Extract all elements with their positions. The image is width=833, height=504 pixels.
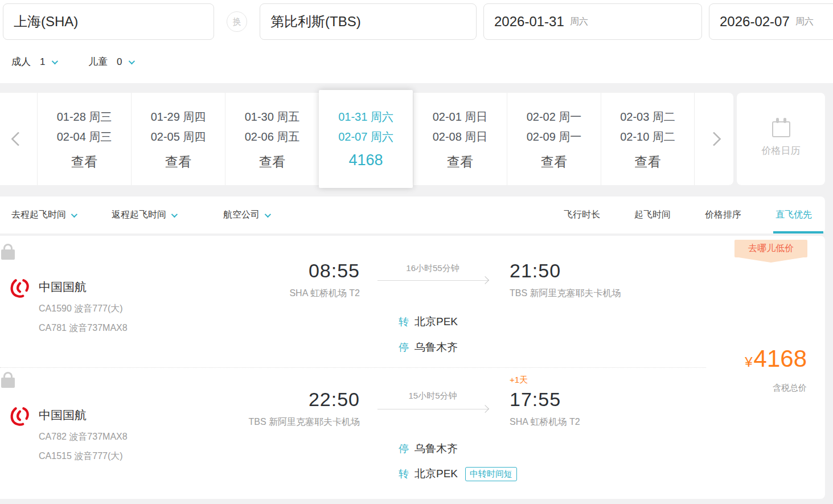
tab-price: 查看 <box>413 153 507 171</box>
chevron-right-icon <box>707 132 721 146</box>
carousel-next-button[interactable] <box>695 93 733 185</box>
tab-return-date: 02-07 周六 <box>319 127 413 147</box>
air-china-logo-icon <box>8 405 32 429</box>
sort-by-duration[interactable]: 飞行时长 <box>564 196 600 233</box>
swap-icon: 换 <box>233 17 241 27</box>
from-city-input[interactable]: 上海(SHA) <box>3 3 214 40</box>
stopover-type-label: 停 <box>399 341 409 354</box>
sort-by-takeoff-time[interactable]: 起飞时间 <box>634 196 671 233</box>
child-count: 0 <box>117 56 122 68</box>
tab-return-date: 02-06 周五 <box>225 127 319 147</box>
inbound-airline-name: 中国国航 <box>39 407 87 423</box>
return-weekday: 周六 <box>795 16 814 28</box>
transfer-type-label: 转 <box>399 315 409 329</box>
outbound-duration: 16小时55分钟 <box>377 263 488 274</box>
tab-return-date: 02-04 周三 <box>38 127 131 147</box>
tab-return-date: 02-10 周二 <box>601 127 694 147</box>
currency-symbol: ¥ <box>745 354 752 370</box>
depart-time-filter-dropdown[interactable]: 去程起飞时间 <box>11 196 76 233</box>
tab-depart-date: 01-30 周五 <box>225 107 319 127</box>
lock-icon <box>1 249 15 260</box>
child-label: 儿童 <box>88 55 108 68</box>
inbound-transfer-stop: 转 北京PEK 中转时间短 <box>399 466 517 481</box>
date-tab-0129[interactable]: 01-29 周四 02-05 周四 查看 <box>131 93 225 185</box>
outbound-arrival: 21:50 TBS 新阿里克塞耶夫卡机场 <box>510 260 621 300</box>
carousel-prev-button[interactable] <box>0 93 36 185</box>
outbound-arr-airport: TBS 新阿里克塞耶夫卡机场 <box>510 288 621 300</box>
calendar-icon <box>772 121 790 137</box>
badge-label: 去哪儿低价 <box>748 243 794 255</box>
tab-price: 查看 <box>225 153 319 171</box>
price-amount: 4168 <box>754 345 807 372</box>
sort-direct-first-active[interactable]: 直飞优先 <box>775 196 812 233</box>
flight-result-card[interactable]: 去哪儿低价 中国国航 CA1590 波音777(大) CA781 波音737MA… <box>0 236 825 499</box>
depart-date-input[interactable]: 2026-01-31 周六 <box>483 3 702 40</box>
stopover-type-label: 停 <box>399 442 409 456</box>
tab-depart-date: 02-02 周一 <box>507 107 601 127</box>
active-sort-underline <box>773 231 823 233</box>
adult-count-dropdown[interactable]: 成人 1 <box>11 55 56 68</box>
date-price-carousel: 01-28 周三 02-04 周三 查看 01-29 周四 02-05 周四 查… <box>0 93 733 185</box>
tab-depart-date: 01-31 周六 <box>319 107 413 127</box>
tab-price: 查看 <box>601 153 694 171</box>
airline-filter-label: 航空公司 <box>223 209 260 221</box>
sort-by-price[interactable]: 价格排序 <box>705 196 741 233</box>
inbound-flight-2: CA1515 波音777(大) <box>39 450 123 462</box>
depart-time-filter-label: 去程起飞时间 <box>11 209 66 221</box>
tab-price: 4168 <box>319 151 413 169</box>
tab-depart-date: 01-29 周四 <box>132 107 225 127</box>
transfer-type-label: 转 <box>399 467 409 481</box>
tax-included-note: 含税总价 <box>773 383 807 394</box>
short-transfer-tag: 中转时间短 <box>465 467 517 481</box>
tab-price: 查看 <box>507 153 601 171</box>
return-date-input[interactable]: 2026-02-07 周六 <box>709 3 833 40</box>
stopover-place: 乌鲁木齐 <box>415 441 458 456</box>
to-city-input[interactable]: 第比利斯(TBS) <box>260 3 477 40</box>
child-count-dropdown[interactable]: 儿童 0 <box>88 55 133 68</box>
return-time-filter-dropdown[interactable]: 返程起飞时间 <box>112 196 176 233</box>
date-tab-0131-selected[interactable]: 01-31 周六 02-07 周六 4168 <box>319 90 413 188</box>
date-tab-0201[interactable]: 02-01 周日 02-08 周日 查看 <box>413 93 507 185</box>
tab-price: 查看 <box>38 153 131 171</box>
inbound-dep-time: 22:50 <box>228 388 360 411</box>
inbound-arr-time: 17:55 <box>510 388 580 411</box>
swap-cities-button[interactable]: 换 <box>227 11 247 32</box>
sort-direct-label: 直飞优先 <box>775 209 812 221</box>
sort-price-label: 价格排序 <box>705 209 741 221</box>
chevron-down-icon <box>129 58 135 64</box>
chevron-down-icon <box>171 211 178 217</box>
date-tab-0202[interactable]: 02-02 周一 02-09 周一 查看 <box>507 93 601 185</box>
tab-return-date: 02-05 周四 <box>132 127 225 147</box>
tab-depart-date: 02-03 周二 <box>601 107 694 127</box>
total-price: ¥ 4168 <box>745 345 807 372</box>
date-tab-0203[interactable]: 02-03 周二 02-10 周二 查看 <box>601 93 695 185</box>
tab-depart-date: 01-28 周三 <box>38 107 131 127</box>
lock-icon <box>1 378 15 388</box>
transfer-place: 北京PEK <box>415 466 458 481</box>
from-city-value: 上海(SHA) <box>14 13 78 31</box>
plus-one-day-label: +1天 <box>510 375 528 386</box>
inbound-departure: 22:50 TBS 新阿里克塞耶夫卡机场 <box>228 388 360 428</box>
flight-arrow-icon <box>377 409 488 409</box>
airline-filter-dropdown[interactable]: 航空公司 <box>223 196 269 233</box>
price-calendar-button[interactable]: 价格日历 <box>737 93 825 185</box>
chevron-left-icon <box>11 132 25 146</box>
search-bar: 上海(SHA) 换 第比利斯(TBS) 2026-01-31 周六 2026-0… <box>0 0 833 83</box>
date-tab-0128[interactable]: 01-28 周三 02-04 周三 查看 <box>37 93 131 185</box>
date-tab-0130[interactable]: 01-30 周五 02-06 周五 查看 <box>225 93 319 185</box>
tab-price: 查看 <box>132 153 225 171</box>
inbound-dep-airport: TBS 新阿里克塞耶夫卡机场 <box>228 416 360 428</box>
air-china-logo-icon <box>8 277 32 301</box>
chevron-down-icon <box>71 211 77 217</box>
outbound-transfer-stop: 转 北京PEK <box>399 314 458 329</box>
depart-date-value: 2026-01-31 <box>494 14 564 30</box>
adult-count: 1 <box>40 56 45 68</box>
outbound-departure: 08:55 SHA 虹桥机场 T2 <box>228 260 360 300</box>
inbound-duration: 15小时5分钟 <box>377 391 488 401</box>
outbound-dep-time: 08:55 <box>228 260 360 282</box>
outbound-flight-1: CA1590 波音777(大) <box>39 303 123 315</box>
outbound-flight-2: CA781 波音737MAX8 <box>39 322 128 334</box>
tab-return-date: 02-09 周一 <box>507 127 601 147</box>
sort-takeoff-label: 起飞时间 <box>634 209 671 221</box>
outbound-dep-airport: SHA 虹桥机场 T2 <box>228 288 360 300</box>
